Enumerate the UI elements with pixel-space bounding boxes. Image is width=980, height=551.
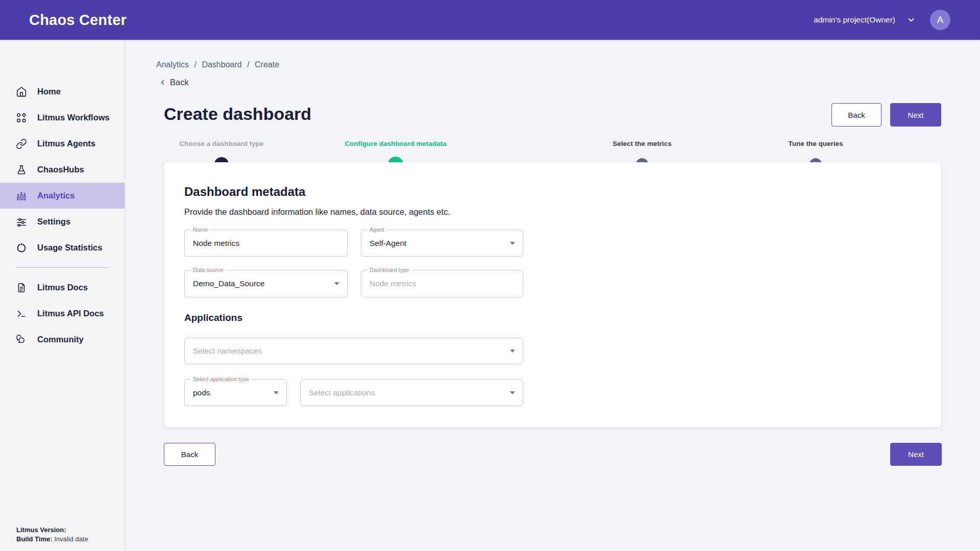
dropdown-arrow-icon [510,391,515,394]
sidebar: Home Litmus Workflows Litmus Agents Chao… [0,40,125,551]
sidebar-item-label: Litmus Agents [37,139,95,148]
workflows-icon [16,112,27,123]
sidebar-item-label: Litmus Workflows [37,113,110,122]
breadcrumb: Analytics / Dashboard / Create [156,60,282,69]
back-button-top[interactable]: Back [831,103,881,127]
api-docs-icon [16,308,27,319]
sidebar-item-litmus-docs[interactable]: Litmus Docs [0,274,125,300]
sidebar-item-label: Analytics [37,191,75,201]
breadcrumb-separator: / [194,60,196,69]
sidebar-item-home[interactable]: Home [0,79,125,105]
sidebar-item-settings[interactable]: Settings [0,209,125,235]
dropdown-arrow-icon [334,282,339,285]
breadcrumb-separator: / [247,60,249,69]
chaoshubs-icon [16,164,27,176]
section-description: Provide the dashboard information like n… [184,207,450,217]
application-type-select[interactable]: Select application type pods [184,379,287,406]
back-link[interactable]: Back [159,78,189,87]
agent-select[interactable]: Agent Self-Agent [361,230,523,257]
build-time-label: Build Time: [16,535,53,543]
agent-select-value: Self-Agent [370,230,406,256]
breadcrumb-dashboard[interactable]: Dashboard [202,60,241,69]
breadcrumb-analytics[interactable]: Analytics [156,60,189,69]
sidebar-item-usage-statistics[interactable]: Usage Statistics [0,235,125,261]
namespaces-placeholder: Select namespaces [193,338,262,364]
sidebar-item-community[interactable]: Community [0,327,125,353]
namespaces-select[interactable]: Select namespaces [184,338,523,364]
chevron-down-icon[interactable] [906,15,916,24]
dashboard-metadata-card: Dashboard metadata Provide the dashboard… [164,162,941,428]
version-info: Litmus Version: Build Time: Invalid date [16,525,88,544]
docs-icon [16,282,27,293]
step-label: Select the metrics [612,140,672,147]
sidebar-item-label: Litmus Docs [37,283,88,292]
avatar[interactable]: A [930,10,950,30]
back-button-bottom[interactable]: Back [164,443,215,466]
section-title: Dashboard metadata [184,185,305,199]
dropdown-arrow-icon [510,349,515,353]
home-icon [16,86,27,97]
analytics-icon [16,190,27,202]
applications-placeholder: Select applications [309,380,375,406]
sidebar-item-analytics[interactable]: Analytics [0,183,125,209]
sidebar-item-litmus-api-docs[interactable]: Litmus API Docs [0,300,125,327]
next-button-top[interactable]: Next [890,103,941,127]
project-selector-label[interactable]: admin's project(Owner) [814,15,895,24]
app-title: Chaos Center [29,12,127,29]
main-content: Analytics / Dashboard / Create Back Crea… [125,40,980,551]
step-label: Configure dashboard metadata [345,140,447,147]
step-label: Tune the queries [788,140,843,147]
name-field-value: Node metrics [193,230,239,256]
dashboard-type-placeholder: Node metrics [370,270,416,297]
top-bar: Chaos Center admin's project(Owner) A [0,0,980,40]
sidebar-item-litmus-agents[interactable]: Litmus Agents [0,131,125,157]
step-label: Choose a dashboard type [179,140,263,147]
sidebar-item-label: Home [37,87,61,96]
application-type-value: pods [193,380,210,406]
sidebar-item-litmus-workflows[interactable]: Litmus Workflows [0,105,125,131]
data-source-select[interactable]: Data source Demo_Data_Source [184,270,348,297]
applications-section-title: Applications [184,312,242,323]
litmus-version-label: Litmus Version: [16,526,66,534]
settings-icon [16,216,27,228]
breadcrumb-create[interactable]: Create [255,60,279,69]
sidebar-item-label: ChaosHubs [37,165,84,174]
data-source-value: Demo_Data_Source [193,270,264,297]
sidebar-item-label: Settings [37,217,70,227]
page-title: Create dashboard [164,104,311,124]
sidebar-item-chaoshubs[interactable]: ChaosHubs [0,157,125,183]
dropdown-arrow-icon [274,391,279,394]
back-link-label: Back [170,78,189,87]
sidebar-item-label: Litmus API Docs [37,309,104,318]
usage-statistics-icon [16,242,27,254]
dropdown-arrow-icon [510,242,515,245]
dashboard-type-field[interactable]: Dashboard type Node metrics [361,270,523,297]
community-icon [16,334,27,345]
next-button-bottom[interactable]: Next [890,443,942,466]
agents-icon [16,138,27,149]
name-field[interactable]: Name Node metrics [184,230,348,257]
build-time-value: Invalid date [54,535,88,543]
sidebar-item-label: Community [37,335,84,344]
sidebar-divider [16,267,109,268]
sidebar-item-label: Usage Statistics [37,243,102,253]
applications-select[interactable]: Select applications [300,379,523,406]
chevron-left-icon [159,79,166,86]
